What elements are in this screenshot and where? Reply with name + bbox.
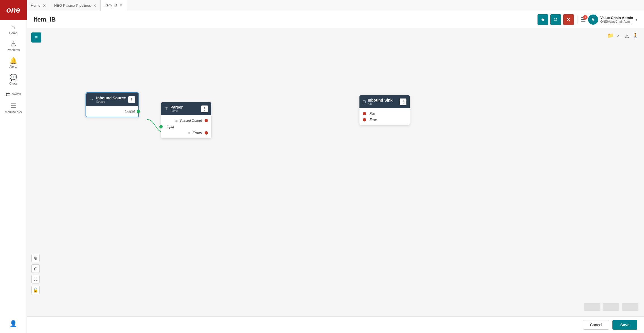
tab-home-label: Home xyxy=(31,3,41,8)
inbound-sink-subtitle: Sink xyxy=(368,102,397,105)
sidebar-item-switch[interactable]: ⇄ Switch xyxy=(0,87,27,99)
header-actions: ★ ↺ ✕ ☰ 1 V Value Chain Admin ONEIValueC… xyxy=(538,14,637,25)
folder-icon[interactable]: 📁 xyxy=(607,32,614,39)
parser-subtitle: Parse xyxy=(171,109,199,112)
home-icon: ⌂ xyxy=(11,24,15,30)
tab-item-ib-label: Item_IB xyxy=(105,3,117,7)
zoom-in-button[interactable]: ⊕ xyxy=(31,254,40,262)
fit-button[interactable]: ⛶ xyxy=(31,275,40,283)
tab-neo-label: NEO Plasma Pipelines xyxy=(54,3,91,8)
sidebar-label-chats: Chats xyxy=(9,82,17,85)
tab-bar: Home ✕ NEO Plasma Pipelines ✕ Item_IB ✕ xyxy=(27,0,644,11)
tab-neo[interactable]: NEO Plasma Pipelines ✕ xyxy=(50,0,101,11)
arrow-right-icon: → xyxy=(89,97,94,102)
errors-grid-icon: ⊞ xyxy=(188,132,190,135)
parser-input-port: Input xyxy=(161,124,211,130)
notification-badge: 1 xyxy=(583,15,588,20)
parser-parsed-output-port: ⊞ Parsed Output xyxy=(161,118,211,124)
connection-lines xyxy=(27,28,644,316)
lock-button[interactable]: 🔓 xyxy=(31,286,40,294)
star-button[interactable]: ★ xyxy=(538,14,548,25)
sidebar-item-chats[interactable]: 💬 Chats xyxy=(0,71,27,87)
errors-label: Errors xyxy=(193,131,202,135)
sidebar-item-menus[interactable]: ☰ Menus/Favs xyxy=(0,99,27,116)
canvas-container: ≡ 📁 >_ △ 🚶 → Inbound Source xyxy=(27,28,644,316)
user-avatar: V xyxy=(588,15,598,25)
main-content: Home ✕ NEO Plasma Pipelines ✕ Item_IB ✕ … xyxy=(27,0,644,333)
notification-button[interactable]: ☰ 1 xyxy=(581,16,586,23)
node-inbound-source[interactable]: → Inbound Source Source ⋮ Output xyxy=(86,92,139,117)
sink-icon: □ xyxy=(363,99,366,104)
sink-file-port: File xyxy=(359,111,410,117)
user-role: ONEIValueChainAdmin xyxy=(600,20,633,23)
tab-home[interactable]: Home ✕ xyxy=(27,0,50,11)
sidebar-label-alerts: Alerts xyxy=(9,65,17,68)
parser-menu-btn[interactable]: ⋮ xyxy=(201,105,208,112)
list-view-button[interactable]: ≡ xyxy=(31,32,41,43)
file-dot xyxy=(363,112,366,115)
user-menu-chevron[interactable]: ▾ xyxy=(635,17,637,22)
parser-body: ⊞ Parsed Output Input ⊞ Errors xyxy=(161,115,211,138)
problems-icon: ⚠ xyxy=(11,41,16,47)
sidebar-label-menus: Menus/Favs xyxy=(5,110,22,114)
error-dot xyxy=(363,118,366,121)
sidebar-label-switch: Switch xyxy=(12,92,21,96)
tab-item-ib[interactable]: Item_IB ✕ xyxy=(101,0,127,11)
user-info: Value Chain Admin ONEIValueChainAdmin xyxy=(600,16,633,23)
tab-neo-close[interactable]: ✕ xyxy=(93,4,96,8)
canvas-toolbar: ≡ xyxy=(31,32,41,43)
page-header: Item_IB ★ ↺ ✕ ☰ 1 V Value Chain Admin ON… xyxy=(27,11,644,28)
close-button[interactable]: ✕ xyxy=(563,14,574,25)
inbound-source-output-port: Output xyxy=(86,108,138,114)
input-dot xyxy=(159,125,163,128)
inbound-sink-title: Inbound Sink xyxy=(368,98,397,102)
parser-icon: ⊤ xyxy=(164,106,168,111)
inbound-sink-body: File Error xyxy=(359,108,410,125)
user-profile-icon: 👤 xyxy=(10,320,17,327)
menus-icon: ☰ xyxy=(11,103,16,109)
cancel-button[interactable]: Cancel xyxy=(583,320,609,330)
sidebar-item-alerts[interactable]: 🔔 Alerts xyxy=(0,54,27,71)
sidebar-item-problems[interactable]: ⚠ Problems xyxy=(0,37,27,54)
page-title: Item_IB xyxy=(34,16,533,23)
inbound-sink-menu-btn[interactable]: ⋮ xyxy=(400,99,406,105)
sidebar: one ⌂ Home ⚠ Problems 🔔 Alerts 💬 Chats ⇄… xyxy=(0,0,27,333)
terminal-icon[interactable]: >_ xyxy=(617,33,622,38)
zoom-out-button[interactable]: ⊖ xyxy=(31,264,40,273)
file-label: File xyxy=(370,112,375,116)
parsed-output-label: Parsed Output xyxy=(180,119,202,123)
logo[interactable]: one xyxy=(0,0,27,20)
logo-text: one xyxy=(6,6,20,15)
parsed-output-dot xyxy=(205,119,208,122)
error-label: Error xyxy=(370,118,377,122)
output-dot xyxy=(137,110,140,113)
placeholder-btn-2[interactable] xyxy=(603,303,619,311)
placeholder-btn-1[interactable] xyxy=(584,303,600,311)
refresh-button[interactable]: ↺ xyxy=(550,14,561,25)
inbound-source-subtitle: Source xyxy=(96,100,126,103)
inbound-source-title: Inbound Source xyxy=(96,96,126,100)
run-icon[interactable]: 🚶 xyxy=(632,32,638,39)
node-inbound-sink-header: □ Inbound Sink Sink ⋮ xyxy=(359,95,410,108)
sidebar-item-home[interactable]: ⌂ Home xyxy=(0,20,27,37)
chats-icon: 💬 xyxy=(10,74,17,81)
errors-dot xyxy=(205,131,208,135)
user-name: Value Chain Admin xyxy=(600,16,633,20)
node-parser[interactable]: ⊤ Parser Parse ⋮ ⊞ Parsed Output Input xyxy=(161,102,211,138)
parser-title: Parser xyxy=(171,105,199,109)
placeholder-btn-3[interactable] xyxy=(622,303,638,311)
zoom-tools: ⊕ ⊖ ⛶ 🔓 xyxy=(31,254,40,294)
parser-errors-port: ⊞ Errors xyxy=(161,130,211,136)
warning-icon[interactable]: △ xyxy=(625,32,629,39)
tab-home-close[interactable]: ✕ xyxy=(43,4,46,8)
inbound-source-menu-btn[interactable]: ⋮ xyxy=(128,96,135,103)
save-button[interactable]: Save xyxy=(612,320,637,330)
node-inbound-sink[interactable]: □ Inbound Sink Sink ⋮ File Error xyxy=(359,95,410,125)
sidebar-bottom: 👤 xyxy=(7,316,19,333)
node-inbound-source-header: → Inbound Source Source ⋮ xyxy=(86,93,138,106)
sidebar-item-user-profile[interactable]: 👤 xyxy=(7,316,19,330)
output-label: Output xyxy=(125,109,135,113)
tab-item-ib-close[interactable]: ✕ xyxy=(119,3,123,7)
footer-bar: Cancel Save xyxy=(27,316,644,333)
switch-icon: ⇄ xyxy=(6,91,10,97)
